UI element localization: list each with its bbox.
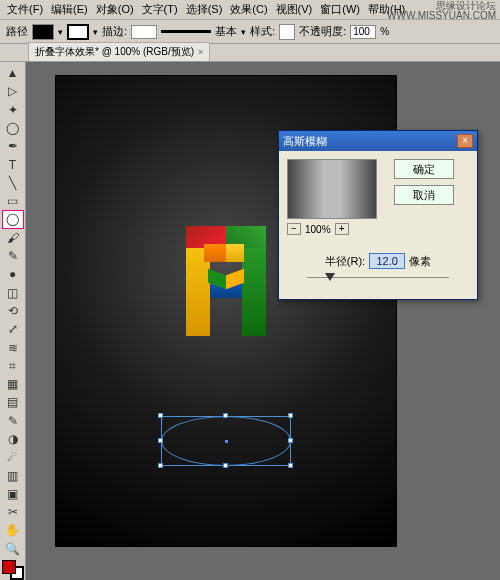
direct-selection-tool[interactable]: ▷	[2, 82, 24, 100]
fill-stroke-control[interactable]	[2, 560, 24, 580]
warp-tool[interactable]: ≋	[2, 338, 24, 356]
dialog-close-button[interactable]: ×	[457, 134, 473, 148]
basic-label[interactable]: 基本	[215, 24, 237, 39]
effect-preview	[287, 159, 377, 219]
gaussian-blur-dialog: 高斯模糊 × 确定 取消 − 100% + 半径(R): 像素	[278, 130, 478, 300]
blend-tool[interactable]: ◑	[2, 430, 24, 448]
ellipse-tool[interactable]: ◯	[2, 210, 24, 228]
symbol-sprayer-tool[interactable]: ☄	[2, 448, 24, 466]
document-tab-bar: 折叠字体效果* @ 100% (RGB/预览) ×	[0, 44, 500, 62]
menu-select[interactable]: 选择(S)	[183, 0, 226, 19]
ellipse-selection[interactable]	[161, 416, 291, 466]
slider-thumb-icon[interactable]	[325, 273, 335, 281]
path-label: 路径	[6, 24, 28, 39]
mesh-tool[interactable]: ▦	[2, 375, 24, 393]
stroke-label: 描边:	[102, 24, 127, 39]
menu-edit[interactable]: 编辑(E)	[48, 0, 91, 19]
magic-wand-tool[interactable]: ✦	[2, 101, 24, 119]
pencil-tool[interactable]: ✎	[2, 247, 24, 265]
radius-label: 半径(R):	[325, 254, 365, 269]
folded-letter-artwork	[186, 226, 266, 336]
paintbrush-tool[interactable]: 🖌	[2, 229, 24, 247]
lasso-tool[interactable]: ◯	[2, 119, 24, 137]
radius-slider[interactable]	[307, 273, 449, 283]
line-tool[interactable]: ╲	[2, 174, 24, 192]
pen-tool[interactable]: ✒	[2, 137, 24, 155]
stroke-style-sample[interactable]	[161, 30, 211, 33]
document-tab-title: 折叠字体效果* @ 100% (RGB/预览)	[35, 45, 194, 59]
blob-brush-tool[interactable]: ●	[2, 265, 24, 283]
menu-file[interactable]: 文件(F)	[4, 0, 46, 19]
opacity-input[interactable]	[350, 25, 376, 39]
menu-effect[interactable]: 效果(C)	[227, 0, 270, 19]
menu-type[interactable]: 文字(T)	[139, 0, 181, 19]
radius-unit: 像素	[409, 254, 431, 269]
zoom-tool[interactable]: 🔍	[2, 539, 24, 557]
rectangle-tool[interactable]: ▭	[2, 192, 24, 210]
eraser-tool[interactable]: ◫	[2, 284, 24, 302]
dialog-titlebar[interactable]: 高斯模糊 ×	[279, 131, 477, 151]
selection-tool[interactable]: ▲	[2, 64, 24, 82]
ok-button[interactable]: 确定	[394, 159, 454, 179]
menu-object[interactable]: 对象(O)	[93, 0, 137, 19]
percent-sign: %	[380, 26, 389, 37]
zoom-out-button[interactable]: −	[287, 223, 301, 235]
eyedropper-tool[interactable]: ✎	[2, 412, 24, 430]
style-label: 样式:	[250, 24, 275, 39]
radius-input[interactable]	[369, 253, 405, 269]
watermark: 思缘设计论坛 WWW.MISSYUAN.COM	[387, 1, 496, 21]
cancel-button[interactable]: 取消	[394, 185, 454, 205]
stroke-weight-input[interactable]	[131, 25, 157, 39]
rotate-tool[interactable]: ⟲	[2, 302, 24, 320]
slice-tool[interactable]: ✂	[2, 503, 24, 521]
zoom-in-button[interactable]: +	[335, 223, 349, 235]
graph-tool[interactable]: ▥	[2, 466, 24, 484]
scale-tool[interactable]: ⤢	[2, 320, 24, 338]
free-transform-tool[interactable]: ⌗	[2, 357, 24, 375]
document-tab[interactable]: 折叠字体效果* @ 100% (RGB/预览) ×	[28, 42, 210, 61]
opacity-label: 不透明度:	[299, 24, 346, 39]
stroke-swatch[interactable]	[67, 24, 89, 40]
fill-swatch[interactable]	[32, 24, 54, 40]
zoom-value: 100%	[305, 224, 331, 235]
dialog-title-text: 高斯模糊	[283, 134, 327, 149]
type-tool[interactable]: T	[2, 155, 24, 173]
menu-window[interactable]: 窗口(W)	[317, 0, 363, 19]
options-bar: 路径 ▾ ▾ 描边: 基本 ▾ 样式: 不透明度: %	[0, 20, 500, 44]
style-swatch[interactable]	[279, 24, 295, 40]
close-icon[interactable]: ×	[198, 47, 203, 57]
artboard-tool[interactable]: ▣	[2, 485, 24, 503]
toolbox: ▲ ▷ ✦ ◯ ✒ T ╲ ▭ ◯ 🖌 ✎ ● ◫ ⟲ ⤢ ≋ ⌗ ▦ ▤ ✎ …	[0, 62, 26, 580]
menu-view[interactable]: 视图(V)	[273, 0, 316, 19]
hand-tool[interactable]: ✋	[2, 521, 24, 539]
gradient-tool[interactable]: ▤	[2, 393, 24, 411]
